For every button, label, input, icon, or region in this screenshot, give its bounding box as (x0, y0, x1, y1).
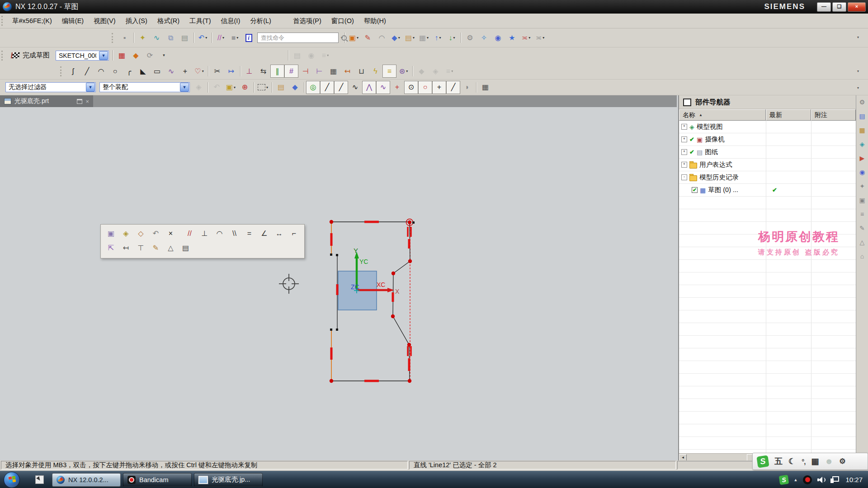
snap-circle-center-icon[interactable]: ⊙ (404, 81, 418, 94)
roles-icon[interactable]: ⌂ (860, 253, 864, 259)
part-navigator-icon[interactable]: ◈ (860, 141, 865, 147)
orient-to-sketch-icon[interactable]: ◆ (415, 65, 429, 78)
sogou-tray-icon[interactable]: S (778, 474, 789, 485)
settings-gear-icon[interactable]: ⚙ (859, 99, 865, 105)
shaded-tool-icon[interactable]: ▤ (274, 81, 288, 94)
recording-tray-icon[interactable] (803, 475, 812, 484)
horizontal-constraint-icon[interactable]: ↔ (272, 227, 287, 240)
line-icon[interactable]: ╱ (80, 65, 94, 78)
ellipse-icon[interactable]: ♡▾ (192, 65, 206, 78)
auto-dimension-icon[interactable]: # (284, 65, 298, 78)
offset-icon[interactable]: ◇ (133, 227, 148, 240)
tree-expander-icon[interactable]: + (681, 162, 687, 168)
grid-icon[interactable]: ▦ (478, 81, 492, 94)
reset-filter-icon[interactable]: ⊕ (238, 81, 252, 94)
triangle-icon[interactable]: △ (163, 241, 178, 255)
minimize-button[interactable]: — (817, 2, 831, 12)
reattach-sketch-icon[interactable]: ▦ (115, 49, 129, 62)
filter-history-icon[interactable]: ↶ (210, 81, 224, 94)
import-icon[interactable]: ↑▾ (431, 31, 445, 44)
toolbar-overflow-icon[interactable]: ▾ (857, 35, 859, 39)
perpendicular-dimension-icon[interactable]: ⊤ (133, 241, 148, 255)
snap-on-curve-icon[interactable]: ∿ (348, 81, 362, 94)
punctuation-icon[interactable]: °, (802, 458, 805, 465)
infer-constraints-icon[interactable]: ϟ (368, 65, 382, 78)
taskbar-button[interactable]: NX 12.0.0.2... (52, 473, 121, 487)
menu-item[interactable]: 视图(V) (89, 14, 120, 28)
orient-view-icon[interactable]: ◆ (129, 49, 143, 62)
taskbar-button[interactable]: Bandicam (123, 473, 192, 487)
edit-icon[interactable]: ✎ (148, 241, 163, 255)
wrench-icon[interactable]: ⚙ (839, 458, 845, 465)
curve-icon[interactable]: ◠ (375, 31, 389, 44)
history-icon[interactable]: ▣ (859, 197, 865, 203)
menu-item[interactable]: 草#x56FE;(K) (7, 14, 57, 28)
show-remove-constraints-icon[interactable]: ⊣ (298, 65, 312, 78)
move-curve-icon[interactable]: ⇱ (104, 241, 118, 255)
menu-item[interactable]: 分析(L) (245, 14, 276, 28)
chamfer-icon[interactable]: ◣ (136, 65, 150, 78)
vertical-constraint-icon[interactable]: ⌐ (287, 227, 302, 240)
snap-quadrant-icon[interactable]: ○ (418, 81, 432, 94)
sphere-icon[interactable]: ◉ (491, 31, 505, 44)
ime-wubi-indicator[interactable]: 五 (774, 457, 783, 465)
snap-pole-icon[interactable]: ⋀ (362, 81, 376, 94)
snap-spline-point-icon[interactable]: ∿ (376, 81, 390, 94)
menu-item[interactable]: 插入(S) (121, 14, 152, 28)
orient-to-model-icon[interactable]: ◈ (429, 65, 443, 78)
badge-icon[interactable]: ★ (505, 31, 519, 44)
symmetric-icon[interactable]: ⇆ (256, 65, 270, 78)
taskbar-button[interactable]: 光驱底壳.jp... (194, 473, 263, 487)
maximize-button[interactable]: ❏ (832, 2, 846, 12)
tree-row[interactable]: -模型历史记录 (679, 171, 856, 184)
line-style-icon[interactable]: //▾ (214, 31, 228, 44)
material-icon[interactable]: ▤▾ (403, 31, 417, 44)
tree-row[interactable]: ✔▦草图 (0) ...✔ (679, 184, 856, 197)
filter-group-icon[interactable]: ◈ (192, 81, 206, 94)
list-icon[interactable]: ≡▾ (318, 49, 332, 62)
note-icon[interactable]: ▤ (178, 241, 193, 255)
command-finder-input[interactable] (260, 34, 341, 42)
start-button[interactable] (4, 472, 20, 488)
show-sketch-constraints-icon[interactable]: ∥ (270, 65, 284, 78)
menu-item[interactable]: 格式(R) (152, 14, 184, 28)
tree-expander-icon[interactable]: + (681, 136, 687, 142)
selection-scope-dropdown[interactable]: 整个装配 ▼ (99, 82, 190, 92)
graphics-canvas[interactable]: Y YC ZC XC X (0, 107, 677, 460)
quick-trim-icon[interactable]: ✂ (210, 65, 224, 78)
volume-icon[interactable] (817, 477, 825, 483)
relations-browser-icon[interactable]: ⊛▾ (396, 65, 410, 78)
point-icon[interactable]: + (178, 65, 192, 78)
circle-icon[interactable]: ○ (108, 65, 122, 78)
add-filter-icon[interactable]: ▣▾ (224, 81, 238, 94)
parallel-constraint-icon[interactable]: // (182, 227, 197, 240)
more-dropdown-icon[interactable]: ▾ (157, 49, 171, 62)
perpendicular-constraint-icon[interactable]: ⊥ (197, 227, 212, 240)
menu-item[interactable]: 窗口(O) (326, 14, 359, 28)
snap-existing-point-icon[interactable]: + (432, 81, 446, 94)
snap-midpoint-icon[interactable]: ╱ (334, 81, 348, 94)
close-button[interactable]: × (848, 2, 866, 12)
info-icon[interactable]: i (242, 31, 256, 44)
taskbar-clock[interactable]: 10:27 (845, 476, 863, 483)
toolbar-grip[interactable] (60, 66, 63, 76)
tab-part-file[interactable]: 光驱底壳.prt × (0, 95, 93, 107)
arc-icon[interactable]: ◠ (94, 65, 108, 78)
link-icon[interactable]: ▤ (290, 49, 304, 62)
quick-extend-icon[interactable]: ↦ (224, 65, 238, 78)
update-model-icon[interactable]: ⟳ (143, 49, 157, 62)
wand-icon[interactable]: ✧ (477, 31, 491, 44)
snap-arc-center-icon[interactable]: + (390, 81, 404, 94)
dropdown-arrow-icon[interactable]: ▼ (86, 83, 95, 92)
moon-icon[interactable]: ☾ (788, 457, 796, 465)
sketch-name-dropdown[interactable]: SKETCH_000 ▼ (56, 51, 109, 61)
profile-icon[interactable]: ʃ (66, 65, 80, 78)
rectangle-select-icon[interactable]: ▾ (256, 81, 270, 94)
geometric-constraints-icon[interactable]: ⊥ (242, 65, 256, 78)
tree-row[interactable]: +用户表达式 (679, 159, 856, 171)
menu-item[interactable]: 编辑(E) (57, 14, 89, 28)
tree-expander-icon[interactable]: + (681, 149, 687, 155)
tree-expander-icon[interactable]: - (681, 174, 687, 180)
curve-snap-icon[interactable]: ∿ (150, 31, 164, 44)
mirror-icon[interactable]: ◉ (304, 49, 318, 62)
